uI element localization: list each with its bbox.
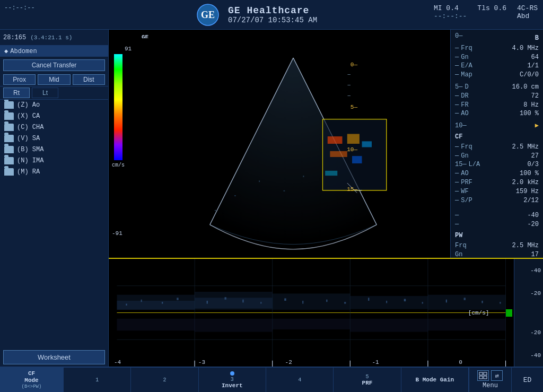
rt-button[interactable]: Rt xyxy=(3,88,30,98)
mid-button[interactable]: Mid xyxy=(38,74,70,85)
mi-group: MI 0.4 --:--:-- xyxy=(434,4,467,20)
time-left: --:--:-- xyxy=(4,4,35,12)
svg-rect-42 xyxy=(224,297,226,300)
tick-2: — xyxy=(348,83,351,88)
svg-rect-48 xyxy=(344,302,346,303)
main-container: 28:165 (3.4:21.1 s) ◆ Abdomen Cancel Tra… xyxy=(0,30,543,367)
time-label-minus2: -2 xyxy=(285,359,292,365)
frame-info: 28:165 xyxy=(3,34,26,41)
cf-gn: 27 xyxy=(531,152,539,161)
svg-rect-43 xyxy=(242,300,243,303)
cf-frq: 2.5 MHz xyxy=(512,143,539,152)
waveform-area: [cm/s] -4 -3 -2 -1 0 -40 -20 -20 -40 xyxy=(109,258,543,367)
svg-rect-49 xyxy=(368,298,369,301)
prox-mid-dist-row: Prox Mid Dist xyxy=(0,73,108,86)
pw-gn: 17 xyxy=(531,250,539,258)
tls-group: Tls 0.6 xyxy=(477,4,506,20)
time-label-minus1: -1 xyxy=(372,359,379,365)
d-value: 16.0 cm xyxy=(512,83,539,92)
toolbar-btn-2[interactable]: 2 xyxy=(131,368,198,392)
b-ea: 1/1 xyxy=(527,62,539,71)
ultrasound-view: 91 -91 cm/s GELo xyxy=(109,30,543,258)
b-mode-section: 0— B — Frq 4.0 MHz — Gn 64 — xyxy=(455,32,539,80)
prox-button[interactable]: Prox xyxy=(3,74,36,85)
cf-prf: 2.0 kHz xyxy=(512,178,539,187)
svg-rect-35 xyxy=(350,296,428,309)
cf-sp: 2/12 xyxy=(523,196,539,205)
lt-button[interactable]: Lt xyxy=(32,88,58,98)
cf-wf: 159 Hz xyxy=(516,187,539,196)
header-title: GE Healthcare 07/27/07 10:53:45 AM xyxy=(228,5,317,24)
toolbar-btn-4[interactable]: 4 xyxy=(266,368,334,392)
folder-icon xyxy=(4,146,14,153)
time-label-minus3: -3 xyxy=(198,359,205,365)
vessel-item[interactable]: (N) IMA xyxy=(0,155,108,167)
tls-value: Tls 0.6 xyxy=(477,4,506,12)
folder-icon xyxy=(4,157,14,164)
cf-label: CF xyxy=(455,133,462,142)
vessel-item[interactable]: (Z) Ao xyxy=(0,100,108,111)
cf-ao: 100 % xyxy=(520,169,539,178)
rt-lt-row: Rt Lt xyxy=(0,86,108,100)
vessel-item[interactable]: (X) CA xyxy=(0,111,108,122)
dot-icon xyxy=(230,371,234,376)
fr-value: 8 Hz xyxy=(523,101,539,110)
vessel-item[interactable]: (V) SA xyxy=(0,133,108,144)
toolbar-btn-3-invert[interactable]: 3 Invert xyxy=(199,368,266,392)
vessel-item[interactable]: (B) SMA xyxy=(0,144,108,155)
svg-rect-55 xyxy=(481,301,483,303)
color-unit: cm/s xyxy=(112,162,133,168)
svg-rect-16 xyxy=(234,195,236,196)
folder-icon xyxy=(4,112,14,120)
svg-rect-46 xyxy=(302,301,303,304)
ultrasound-sector-svg xyxy=(136,30,450,258)
svg-rect-10 xyxy=(330,151,347,157)
svg-rect-17 xyxy=(259,180,260,182)
svg-text:GE: GE xyxy=(201,10,215,20)
menu-button[interactable]: ⇄ Menu xyxy=(469,368,511,392)
ge-logo-icon: GE xyxy=(196,3,220,27)
vessel-item[interactable]: (C) CHA xyxy=(0,122,108,133)
svg-rect-44 xyxy=(260,302,261,303)
bottom-toolbar: CFMode (B<>PW) 1 2 3 Invert 4 5 PRF B Mo… xyxy=(0,367,543,392)
svg-rect-53 xyxy=(446,300,447,303)
vessel-list: (Z) Ao (X) CA (C) CHA (V) SA (B) SMA (N)… xyxy=(0,100,108,348)
scale-0: 0— xyxy=(351,62,357,68)
vel-minus40-top: -40 xyxy=(530,267,541,274)
vessel-item[interactable]: (M) RA xyxy=(0,167,108,178)
cf-mode-button[interactable]: CFMode (B<>PW) xyxy=(0,368,64,392)
scale-15: 15— xyxy=(347,186,357,193)
svg-rect-52 xyxy=(422,302,423,303)
folder-icon xyxy=(4,124,14,131)
svg-rect-51 xyxy=(404,299,406,302)
svg-rect-36 xyxy=(428,295,506,310)
svg-rect-68 xyxy=(484,372,487,375)
svg-rect-57 xyxy=(117,319,195,331)
company-name: GE Healthcare xyxy=(228,5,317,16)
svg-rect-58 xyxy=(195,319,273,332)
svg-rect-69 xyxy=(479,376,483,379)
worksheet-button[interactable]: Worksheet xyxy=(3,350,105,364)
toolbar-btn-6-bmgain[interactable]: B Mode Gain xyxy=(401,368,469,392)
toolbar-btn-1[interactable]: 1 xyxy=(64,368,131,392)
b-frq: 4.0 MHz xyxy=(512,44,539,53)
cms-indicator xyxy=(506,309,512,317)
svg-rect-34 xyxy=(273,293,351,309)
svg-rect-12 xyxy=(325,171,337,176)
cancel-transfer-button[interactable]: Cancel Transfer xyxy=(3,59,105,71)
svg-rect-31 xyxy=(117,301,195,310)
sidebar: 28:165 (3.4:21.1 s) ◆ Abdomen Cancel Tra… xyxy=(0,30,109,367)
dr-value: 72 xyxy=(531,92,539,101)
right-panel: 0— B — Frq 4.0 MHz — Gn 64 — xyxy=(450,30,543,258)
svg-rect-50 xyxy=(386,301,387,303)
toolbar-btn-5-prf[interactable]: 5 PRF xyxy=(334,368,401,392)
cf-mode-sub: (B<>PW) xyxy=(22,384,42,389)
svg-rect-45 xyxy=(284,298,286,301)
cf-mode-label: CFMode xyxy=(24,370,38,384)
pw-section: PW Frq 2.5 MHz Gn 17 AO 100 % xyxy=(455,229,539,258)
svg-rect-54 xyxy=(464,298,466,300)
dist-button[interactable]: Dist xyxy=(73,74,105,85)
svg-rect-40 xyxy=(177,298,178,300)
scale-5: 5— xyxy=(351,104,357,110)
svg-rect-56 xyxy=(500,302,501,303)
